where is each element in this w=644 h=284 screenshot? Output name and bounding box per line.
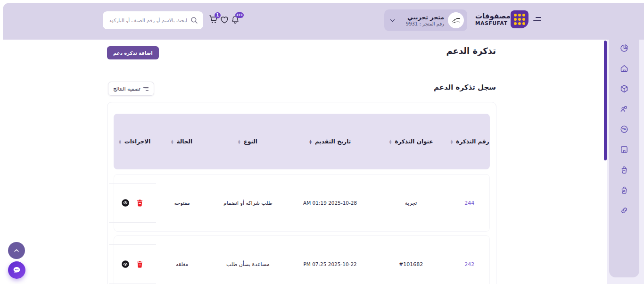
tickets-table: رقم التذكرة ▲▼ عنوان التذكرة ▲▼ تاريخ ال…	[107, 102, 496, 284]
column-submit-date: تاريخ التقديم ▲▼	[288, 138, 373, 145]
chevron-down-icon	[389, 17, 396, 24]
home-icon[interactable]	[619, 64, 629, 73]
package-icon[interactable]	[619, 84, 629, 93]
filter-label: تصفية النتائج	[113, 86, 140, 92]
column-type: النوع ▲▼	[208, 138, 288, 145]
ticket-title: تجربة	[372, 200, 450, 206]
brand-name-english: MASFUFAT	[475, 20, 507, 26]
delete-trash-icon[interactable]	[136, 199, 144, 207]
trademark-icon[interactable]: TM	[619, 125, 629, 134]
svg-text:TM: TM	[622, 128, 627, 131]
filter-results-button[interactable]: تصفية النتائج	[108, 82, 154, 96]
table-row: 244 تجربة AM 01:19 2025-10-28 طلب شراكه …	[114, 174, 490, 232]
ticket-number-link[interactable]: 244	[450, 200, 489, 206]
menu-toggle-icon[interactable]	[533, 17, 541, 23]
wishlist-heart-icon[interactable]	[220, 15, 229, 25]
ticket-type: طلب شراكه أو انضمام	[208, 200, 288, 206]
actions-cell	[109, 244, 156, 284]
column-actions: الاجراءات ▲▼	[114, 138, 156, 145]
basket-settings-icon[interactable]	[619, 185, 629, 195]
ticket-date: AM 01:19 2025-10-28	[288, 200, 372, 206]
top-header	[3, 3, 644, 40]
search-icon	[190, 16, 198, 25]
page-title: تذكرة الدعم	[446, 46, 496, 56]
sort-icon[interactable]: ▲▼	[451, 139, 453, 144]
table-row: 242 #101682 PM 07:25 2025-10-22 مساعدة ب…	[114, 235, 490, 284]
store-name: متجر تجريبي	[396, 14, 444, 21]
ticket-date: PM 07:25 2025-10-22	[288, 261, 372, 267]
store-avatar	[448, 12, 464, 28]
ticket-title: #101682	[372, 261, 450, 267]
scroll-to-top-button[interactable]	[8, 242, 25, 259]
store-selector[interactable]: متجر تجريبي رقم المتجر : 9931	[384, 9, 467, 31]
brand-logo[interactable]: مصفوفات MASFUFAT	[475, 10, 528, 28]
ticket-status: مغلقه	[156, 261, 208, 267]
sort-icon[interactable]: ▲▼	[389, 139, 392, 144]
chat-support-button[interactable]	[8, 261, 25, 279]
ticket-type: مساعدة بشأن طلب	[208, 261, 288, 267]
sort-icon[interactable]: ▲▼	[119, 139, 121, 144]
brand-name-arabic: مصفوفات	[475, 12, 507, 20]
scrollbar-thumb[interactable]	[604, 41, 607, 160]
sort-icon[interactable]: ▲▼	[171, 139, 173, 144]
view-eye-icon[interactable]	[121, 260, 130, 268]
add-ticket-button[interactable]: اضافة تذكرة دعم	[107, 46, 159, 59]
sort-icon[interactable]: ▲▼	[309, 139, 312, 144]
ticket-status: مفتوحه	[156, 200, 208, 206]
chevron-up-icon	[13, 247, 20, 254]
sort-icon[interactable]: ▲▼	[238, 139, 240, 144]
sidebar: TM	[609, 40, 639, 277]
ticket-number-link[interactable]: 242	[450, 261, 489, 267]
pie-chart-icon[interactable]	[619, 43, 629, 53]
search-input[interactable]	[103, 11, 203, 29]
app-window: 1 373 متجر تجريبي رقم المتجر : 9931 مصفو…	[0, 0, 644, 284]
basket-icon[interactable]	[619, 165, 629, 175]
view-eye-icon[interactable]	[121, 199, 130, 207]
delete-trash-icon[interactable]	[136, 260, 144, 268]
table-header-row: رقم التذكرة ▲▼ عنوان التذكرة ▲▼ تاريخ ال…	[114, 114, 490, 169]
brand-grid-icon	[511, 10, 528, 28]
section-title: سجل تذكرة الدعم	[434, 83, 496, 92]
column-status: الحالة ▲▼	[156, 138, 207, 145]
actions-cell	[109, 183, 156, 223]
store-icon[interactable]	[619, 145, 629, 154]
users-icon[interactable]	[619, 104, 629, 114]
search-box[interactable]	[103, 11, 203, 29]
bell-badge: 373	[235, 12, 244, 18]
store-number: رقم المتجر : 9931	[396, 21, 444, 27]
link-icon[interactable]	[619, 206, 629, 215]
filter-icon	[143, 86, 149, 92]
column-ticket-title: عنوان التذكرة ▲▼	[372, 138, 450, 145]
chat-bubble-icon	[12, 266, 21, 275]
column-ticket-number: رقم التذكرة ▲▼	[450, 138, 490, 145]
